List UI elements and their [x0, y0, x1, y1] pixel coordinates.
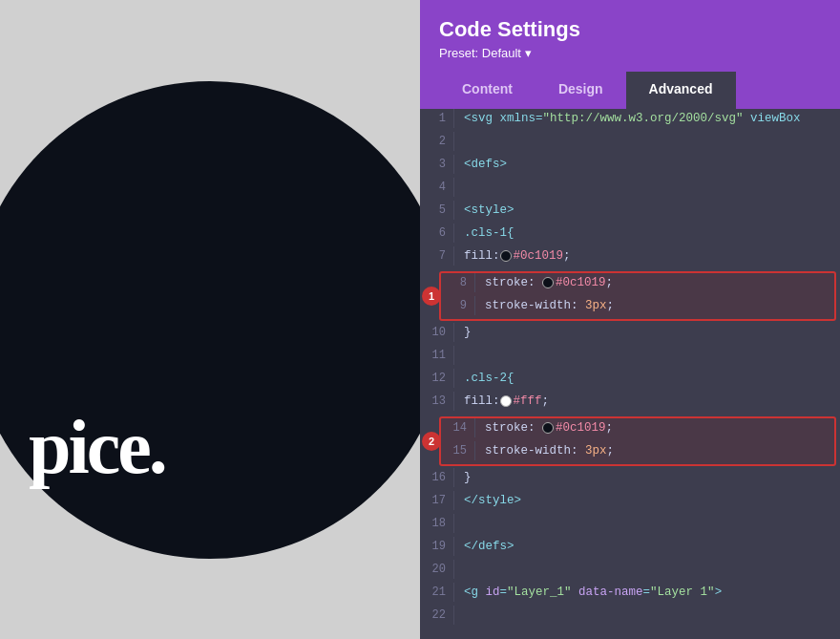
- code-line-17: 17 </style>: [420, 491, 840, 514]
- tab-design[interactable]: Design: [536, 72, 626, 109]
- code-line-7: 7 fill:#0c1019;: [420, 246, 840, 269]
- code-line-20: 20: [420, 560, 840, 583]
- line-number: 21: [420, 583, 454, 602]
- code-line-21: 21 <g id="Layer_1" data-name="Layer 1">: [420, 583, 840, 606]
- line-number: 12: [420, 369, 454, 388]
- line-content: </defs>: [464, 537, 840, 556]
- tabs-bar: Content Design Advanced: [439, 72, 821, 109]
- line-number: 15: [441, 441, 475, 460]
- line-number: 8: [441, 273, 475, 292]
- code-line-19: 19 </defs>: [420, 537, 840, 560]
- line-number: 2: [420, 132, 454, 151]
- line-content: [464, 514, 840, 520]
- line-content: <defs>: [464, 155, 840, 174]
- panel-title: Code Settings: [439, 17, 821, 42]
- color-swatch-dark: [500, 250, 512, 262]
- tab-content[interactable]: Content: [439, 72, 536, 109]
- code-line-12: 12 .cls-2{: [420, 369, 840, 392]
- logo-text: pice.: [29, 404, 165, 491]
- color-swatch-white: [500, 395, 512, 407]
- code-line-11: 11: [420, 346, 840, 369]
- code-line-1: 1 <svg xmlns="http://www.w3.org/2000/svg…: [420, 109, 840, 132]
- line-content: stroke-width: 3px;: [485, 441, 834, 460]
- code-line-2: 2: [420, 132, 840, 155]
- code-line-5: 5 <style>: [420, 201, 840, 224]
- code-line-8: 8 stroke: #0c1019;: [441, 273, 834, 296]
- line-content: [464, 560, 840, 565]
- badge-1: 1: [422, 287, 441, 306]
- line-number: 3: [420, 155, 454, 174]
- code-line-9: 9 stroke-width: 3px;: [441, 296, 834, 319]
- line-content: </style>: [464, 491, 840, 510]
- line-number: 18: [420, 514, 454, 533]
- line-content: [464, 346, 840, 351]
- line-content: fill:#0c1019;: [464, 246, 840, 266]
- left-panel: pice.: [0, 0, 420, 639]
- code-line-10: 10 }: [420, 323, 840, 346]
- code-line-22: 22: [420, 606, 840, 628]
- line-content: [464, 606, 840, 611]
- tab-advanced[interactable]: Advanced: [626, 72, 736, 109]
- line-number: 10: [420, 323, 454, 342]
- line-content: stroke: #0c1019;: [485, 418, 834, 437]
- line-number: 17: [420, 491, 454, 510]
- line-number: 14: [441, 418, 475, 437]
- code-line-6: 6 .cls-1{: [420, 224, 840, 246]
- line-number: 7: [420, 246, 454, 266]
- code-line-18: 18: [420, 514, 840, 537]
- line-number: 9: [441, 296, 475, 315]
- code-area[interactable]: 1 <svg xmlns="http://www.w3.org/2000/svg…: [420, 109, 840, 639]
- color-swatch-dark: [542, 422, 554, 434]
- color-swatch-dark: [542, 277, 554, 288]
- line-content: }: [464, 468, 840, 487]
- code-line-15: 15 stroke-width: 3px;: [441, 441, 834, 464]
- line-content: <style>: [464, 201, 840, 220]
- line-number: 13: [420, 392, 454, 411]
- line-number: 5: [420, 201, 454, 220]
- line-content: .cls-2{: [464, 369, 840, 388]
- line-content: fill:#fff;: [464, 392, 840, 411]
- line-number: 22: [420, 606, 454, 625]
- line-content: .cls-1{: [464, 224, 840, 243]
- line-content: <svg xmlns="http://www.w3.org/2000/svg" …: [464, 109, 840, 128]
- line-content: stroke: #0c1019;: [485, 273, 834, 292]
- panel-header: Code Settings Preset: Default ▾ Content …: [420, 0, 840, 109]
- code-line-3: 3 <defs>: [420, 155, 840, 178]
- code-line-16: 16 }: [420, 468, 840, 491]
- line-content: [464, 178, 840, 183]
- line-number: 6: [420, 224, 454, 243]
- line-number: 20: [420, 560, 454, 579]
- right-panel: Code Settings Preset: Default ▾ Content …: [420, 0, 840, 639]
- line-number: 4: [420, 178, 454, 197]
- line-content: <g id="Layer_1" data-name="Layer 1">: [464, 583, 840, 602]
- panel-preset[interactable]: Preset: Default ▾: [439, 46, 821, 60]
- line-number: 16: [420, 468, 454, 487]
- line-content: [464, 132, 840, 138]
- code-line-14: 14 stroke: #0c1019;: [441, 418, 834, 441]
- code-line-13: 13 fill:#fff;: [420, 392, 840, 415]
- line-number: 1: [420, 109, 454, 128]
- line-number: 11: [420, 346, 454, 365]
- line-number: 19: [420, 537, 454, 556]
- code-line-4: 4: [420, 178, 840, 201]
- line-content: stroke-width: 3px;: [485, 296, 834, 315]
- badge-2: 2: [422, 432, 441, 451]
- line-content: }: [464, 323, 840, 342]
